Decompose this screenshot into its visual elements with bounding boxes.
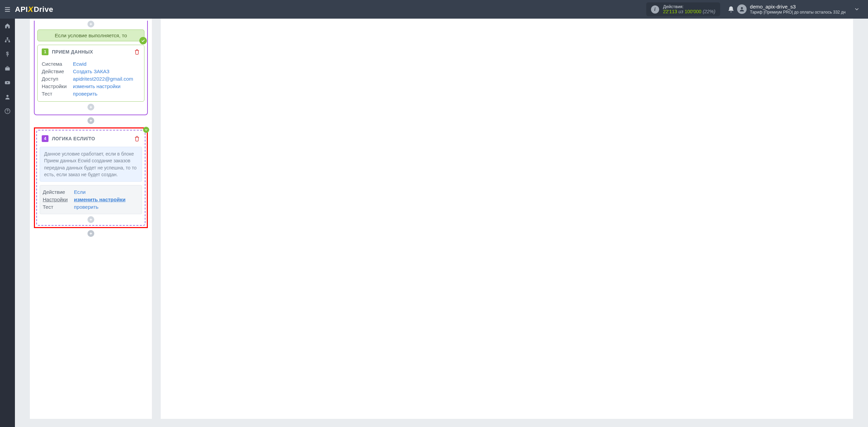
label-settings: Настройки — [42, 83, 73, 89]
group-condition-true: + Если условие выполняется, то 1 ПРИЕМ Д… — [34, 21, 148, 115]
chevron-down-icon — [854, 6, 860, 12]
label-system: Система — [42, 61, 73, 67]
actions-label: Действия: — [663, 4, 715, 9]
logo-x: X — [27, 5, 34, 14]
svg-point-10 — [6, 95, 8, 97]
info-icon: i — [651, 5, 659, 14]
add-step-after-button[interactable]: + — [87, 230, 94, 237]
svg-rect-6 — [8, 41, 10, 42]
user-name: demo_apix-drive_s3 — [750, 4, 846, 10]
delete-button[interactable] — [134, 136, 140, 142]
actions-used: 22'113 — [663, 9, 677, 14]
group-logic-if: 4 ЛОГИКА ЕСЛИ/ТО Данное условие сработае… — [34, 127, 148, 228]
briefcase-icon — [4, 65, 11, 72]
label-access: Доступ — [42, 76, 73, 82]
actions-total: 100'000 — [685, 9, 701, 14]
user-menu[interactable]: demo_apix-drive_s3 Тариф |Премиум PRO| д… — [737, 4, 868, 15]
nav-help[interactable] — [0, 104, 15, 118]
card-logic-if[interactable]: 4 ЛОГИКА ЕСЛИ/ТО Данное условие сработае… — [38, 132, 144, 223]
logo[interactable]: APIXDrive — [15, 5, 53, 14]
link-test[interactable]: проверить — [73, 91, 97, 97]
label-action: Действие — [42, 68, 73, 74]
avatar-icon — [737, 4, 747, 14]
condition-banner: Если условие выполняется, то — [37, 29, 144, 41]
link-system[interactable]: Ecwid — [73, 61, 86, 67]
trash-icon — [134, 136, 140, 142]
nav-connections[interactable] — [0, 33, 15, 47]
actions-of: из — [678, 9, 683, 14]
help-icon — [4, 108, 11, 114]
nav-home[interactable] — [0, 19, 15, 33]
bell-icon — [727, 6, 735, 13]
home-icon — [4, 23, 11, 29]
flow-column: + Если условие выполняется, то 1 ПРИЕМ Д… — [30, 19, 152, 419]
nav-toolbox[interactable] — [0, 61, 15, 76]
actions-pct: (22%) — [703, 9, 715, 14]
add-step-button[interactable]: + — [87, 216, 94, 223]
logo-api: API — [15, 5, 28, 14]
svg-point-12 — [7, 112, 8, 113]
user-tariff: Тариф |Премиум PRO| до оплаты осталось 3… — [750, 10, 846, 15]
link-settings[interactable]: изменить настройки — [73, 83, 120, 89]
label-test: Тест — [43, 204, 74, 210]
actions-counter[interactable]: i Действия: 22'113 из 100'000 (22%) — [646, 2, 720, 17]
link-settings[interactable]: изменить настройки — [74, 197, 125, 202]
card-title: ЛОГИКА ЕСЛИ/ТО — [52, 136, 95, 141]
card-title: ПРИЕМ ДАННЫХ — [52, 49, 93, 55]
add-step-between-button[interactable]: + — [87, 117, 94, 124]
link-action[interactable]: Если — [74, 189, 85, 195]
card-number: 4 — [42, 135, 48, 142]
info-description: Данное условие сработает, если в блоке П… — [40, 147, 142, 182]
menu-toggle[interactable] — [0, 0, 15, 19]
add-step-button[interactable]: + — [87, 21, 94, 27]
user-icon — [4, 94, 11, 100]
trash-icon — [134, 49, 140, 55]
link-test[interactable]: проверить — [74, 204, 98, 210]
card-receive-data[interactable]: 1 ПРИЕМ ДАННЫХ СистемаEcwid ДействиеСозд… — [37, 45, 144, 102]
svg-rect-4 — [7, 38, 8, 39]
add-step-button[interactable]: + — [87, 104, 94, 110]
svg-rect-7 — [5, 67, 10, 70]
youtube-icon — [4, 80, 11, 86]
detail-panel — [161, 19, 853, 419]
node-connected-icon — [143, 127, 149, 133]
sidebar — [0, 19, 15, 427]
nav-billing[interactable] — [0, 47, 15, 61]
svg-rect-5 — [5, 41, 7, 42]
link-action[interactable]: Создать ЗАКАЗ — [73, 68, 110, 74]
label-settings: Настройки — [43, 197, 74, 202]
label-action: Действие — [43, 189, 74, 195]
card-number: 1 — [42, 48, 48, 55]
hamburger-icon — [4, 6, 11, 13]
notifications-button[interactable] — [725, 6, 737, 13]
dollar-icon — [4, 51, 11, 57]
delete-button[interactable] — [134, 49, 140, 55]
topbar: APIXDrive i Действия: 22'113 из 100'000 … — [0, 0, 868, 19]
link-access[interactable]: apidritest2022@gmail.com — [73, 76, 133, 82]
label-test: Тест — [42, 91, 73, 97]
nav-account[interactable] — [0, 90, 15, 104]
nav-video[interactable] — [0, 76, 15, 90]
condition-text: Если условие выполняется, то — [55, 33, 127, 38]
check-icon — [139, 37, 147, 44]
logo-drive: Drive — [34, 5, 53, 14]
sitemap-icon — [4, 37, 11, 43]
svg-point-3 — [741, 7, 743, 9]
page: + Если условие выполняется, то 1 ПРИЕМ Д… — [15, 19, 868, 427]
